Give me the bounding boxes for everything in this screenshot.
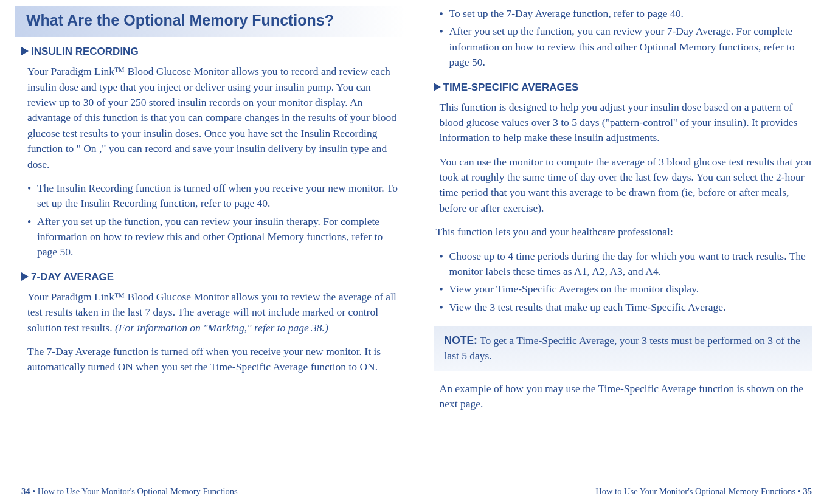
subheading-insulin-recording: INSULIN RECORDING [21,46,400,58]
subheading-text: 7-DAY AVERAGE [31,271,114,283]
arrow-icon [434,83,441,91]
list-item: After you set up the function, you can r… [27,214,400,260]
paragraph: An example of how you may use the Time-S… [440,381,812,412]
page-footer-left: 34 • How to Use Your Monitor's Optional … [21,486,238,497]
paragraph: You can use the monitor to compute the a… [440,154,812,216]
page-left: What Are the Optional Memory Functions? … [0,0,412,504]
note-text: To get a Time-Specific Average, your 3 t… [445,334,800,362]
note-label: NOTE: [445,334,477,347]
note-box: NOTE: To get a Time-Specific Average, yo… [434,326,812,371]
paragraph: This function lets you and your healthca… [436,224,812,240]
paragraph: Your Paradigm Link™ Blood Glucose Monito… [27,289,400,336]
paragraph: This function is designed to help you ad… [440,100,812,146]
bullet-list: Choose up to 4 time periods during the d… [440,249,812,316]
list-item: View the 3 test results that make up eac… [440,300,812,315]
page-footer-right: How to Use Your Monitor's Optional Memor… [595,486,812,497]
bullet-list: The Insulin Recording function is turned… [27,181,400,260]
list-item: View your Time-Specific Averages on the … [440,281,812,297]
paragraph: The 7-Day Average function is turned off… [27,344,400,375]
subheading-7day-average: 7-DAY AVERAGE [21,271,400,283]
arrow-icon [21,272,29,281]
list-item: Choose up to 4 time periods during the d… [440,249,812,280]
subheading-time-specific-averages: TIME-SPECIFIC AVERAGES [434,81,812,94]
bullet-list: To set up the 7-Day Average function, re… [440,6,812,71]
arrow-icon [21,47,29,55]
list-item: After you set up the function, you can r… [440,24,812,70]
subheading-text: TIME-SPECIFIC AVERAGES [443,81,579,93]
page-number: 35 [803,486,812,496]
paragraph: Your Paradigm Link™ Blood Glucose Monito… [27,64,400,172]
list-item: The Insulin Recording function is turned… [27,181,400,212]
section-header-title: What Are the Optional Memory Functions? [26,11,395,30]
footer-text: • How to Use Your Monitor's Optional Mem… [30,486,238,496]
page-number: 34 [21,486,30,496]
page-right: To set up the 7-Day Average function, re… [412,0,825,504]
footer-text: How to Use Your Monitor's Optional Memor… [595,486,803,496]
paragraph-italic: (For information on "Marking," refer to … [115,322,328,334]
subheading-text: INSULIN RECORDING [31,46,139,57]
section-header-band: What Are the Optional Memory Functions? [15,6,406,37]
list-item: To set up the 7-Day Average function, re… [440,6,812,21]
